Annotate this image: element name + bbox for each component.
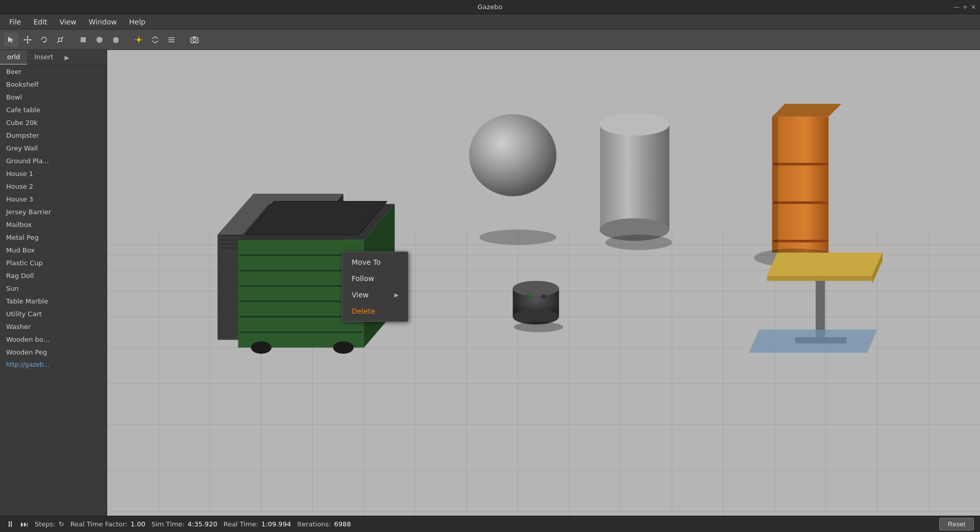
model-item-jerseybarrier[interactable]: Jersey Barrier: [0, 206, 107, 218]
ctx-delete[interactable]: Delete: [342, 303, 408, 319]
svg-rect-79: [773, 201, 828, 204]
svg-marker-2: [27, 36, 29, 37]
model-item-mailbox[interactable]: Mailbox: [0, 218, 107, 231]
maximize-button[interactable]: +: [963, 4, 968, 11]
model-item-link[interactable]: http://gazeb...: [0, 359, 107, 371]
window-controls: — + ✕: [953, 4, 976, 11]
model-item-metalpeg[interactable]: Metal Peg: [0, 231, 107, 244]
svg-rect-10: [81, 37, 86, 42]
tool-screenshot[interactable]: [187, 33, 202, 47]
menu-file[interactable]: File: [4, 16, 26, 28]
tab-arrow[interactable]: ▶: [60, 50, 73, 65]
window-title: Gazebo: [477, 3, 502, 11]
viewport[interactable]: Move To Follow View ▶ Delete: [107, 50, 980, 532]
model-item-cube20k[interactable]: Cube 20k: [0, 116, 107, 129]
svg-point-96: [514, 322, 564, 332]
model-item-ragdoll[interactable]: Rag Doll: [0, 269, 107, 282]
svg-point-15: [137, 38, 140, 41]
svg-marker-5: [30, 39, 32, 41]
pause-button[interactable]: ⏸: [6, 519, 14, 529]
svg-rect-86: [767, 276, 872, 281]
model-item-tablemarble[interactable]: Table Marble: [0, 295, 107, 308]
tool-cylinder[interactable]: [109, 33, 123, 47]
svg-marker-89: [749, 330, 877, 352]
tool-scale[interactable]: [53, 33, 67, 47]
minimize-button[interactable]: —: [953, 4, 960, 11]
menubar: File Edit View Window Help: [0, 14, 980, 30]
titlebar: Gazebo — + ✕: [0, 0, 980, 14]
tool-box[interactable]: [76, 33, 90, 47]
tool-lines[interactable]: [164, 33, 179, 47]
model-item-house3[interactable]: House 3: [0, 193, 107, 206]
left-panel: orld Insert ▶ Beer Bookshelf Bowl Cafe t…: [0, 50, 107, 532]
context-menu: Move To Follow View ▶ Delete: [342, 251, 408, 322]
model-item-mudbox[interactable]: Mud Box: [0, 244, 107, 257]
model-item-dumpster[interactable]: Dumpster: [0, 129, 107, 142]
model-item-utilitycart[interactable]: Utility Cart: [0, 308, 107, 320]
status-realtime-factor: Real Time Factor: 1.00: [70, 520, 145, 528]
toolbar-sep-2: [127, 35, 128, 45]
status-simtime: Sim Time: 4:35.920: [152, 520, 217, 528]
main-layout: orld Insert ▶ Beer Bookshelf Bowl Cafe t…: [0, 30, 980, 532]
svg-point-14: [113, 41, 118, 43]
tool-translate[interactable]: [20, 33, 35, 47]
svg-point-24: [193, 39, 196, 42]
ctx-view-arrow: ▶: [395, 292, 399, 298]
tool-arrows[interactable]: [148, 33, 162, 47]
menu-edit[interactable]: Edit: [28, 16, 52, 28]
step-button[interactable]: ⏭: [20, 519, 29, 529]
svg-rect-80: [773, 240, 828, 242]
model-item-bookshelf[interactable]: Bookshelf: [0, 78, 107, 91]
model-item-beer[interactable]: Beer: [0, 65, 107, 78]
svg-rect-73: [600, 124, 670, 230]
tab-world[interactable]: orld: [0, 50, 27, 65]
model-item-plasticcup[interactable]: Plastic Cup: [0, 257, 107, 269]
menu-window[interactable]: Window: [84, 16, 122, 28]
model-item-bowl[interactable]: Bowl: [0, 91, 107, 104]
toolbar-sep-3: [183, 35, 183, 45]
close-button[interactable]: ✕: [971, 4, 976, 11]
svg-point-69: [251, 341, 272, 353]
svg-point-74: [600, 113, 670, 136]
model-item-greywall[interactable]: Grey Wall: [0, 142, 107, 155]
model-item-sun[interactable]: Sun: [0, 282, 107, 295]
model-item-woodenbo[interactable]: Wooden bo...: [0, 333, 107, 346]
svg-rect-78: [773, 163, 828, 165]
ctx-view[interactable]: View ▶: [342, 287, 408, 303]
menu-view[interactable]: View: [55, 16, 82, 28]
svg-point-94: [526, 294, 530, 298]
tab-insert[interactable]: Insert: [27, 50, 60, 65]
svg-marker-3: [27, 42, 29, 44]
model-item-groundpla[interactable]: Ground Pla...: [0, 155, 107, 167]
svg-point-70: [333, 341, 354, 353]
model-list: Beer Bookshelf Bowl Cafe table Cube 20k …: [0, 65, 107, 532]
tool-select[interactable]: [4, 33, 18, 47]
svg-point-95: [542, 294, 546, 298]
tool-sphere[interactable]: [92, 33, 107, 47]
status-realtime: Real Time: 1:09.994: [224, 520, 291, 528]
status-steps: Steps: ↻: [35, 520, 64, 528]
model-item-house1[interactable]: House 1: [0, 167, 107, 180]
ctx-follow[interactable]: Follow: [342, 270, 408, 287]
menu-help[interactable]: Help: [124, 16, 151, 28]
svg-point-76: [605, 235, 672, 250]
tool-lights[interactable]: [132, 33, 146, 47]
steps-refresh-icon[interactable]: ↻: [59, 520, 64, 528]
svg-rect-7: [59, 38, 62, 41]
svg-rect-77: [772, 117, 829, 253]
model-item-washer[interactable]: Washer: [0, 320, 107, 333]
status-iterations: Iterations: 6988: [297, 520, 351, 528]
svg-point-11: [96, 37, 103, 43]
tool-rotate[interactable]: [37, 33, 51, 47]
svg-point-93: [513, 281, 559, 296]
ctx-move-to[interactable]: Move To: [342, 254, 408, 270]
model-item-house2[interactable]: House 2: [0, 180, 107, 193]
model-item-cafetable[interactable]: Cafe table: [0, 104, 107, 116]
tabs-row: orld Insert ▶: [0, 50, 107, 65]
grid-floor: [107, 50, 980, 532]
reset-button[interactable]: Reset: [939, 518, 974, 530]
toolbar: [0, 30, 980, 50]
model-item-woodenpeg[interactable]: Wooden Peg: [0, 346, 107, 359]
svg-point-71: [469, 114, 556, 196]
svg-rect-81: [772, 117, 778, 253]
